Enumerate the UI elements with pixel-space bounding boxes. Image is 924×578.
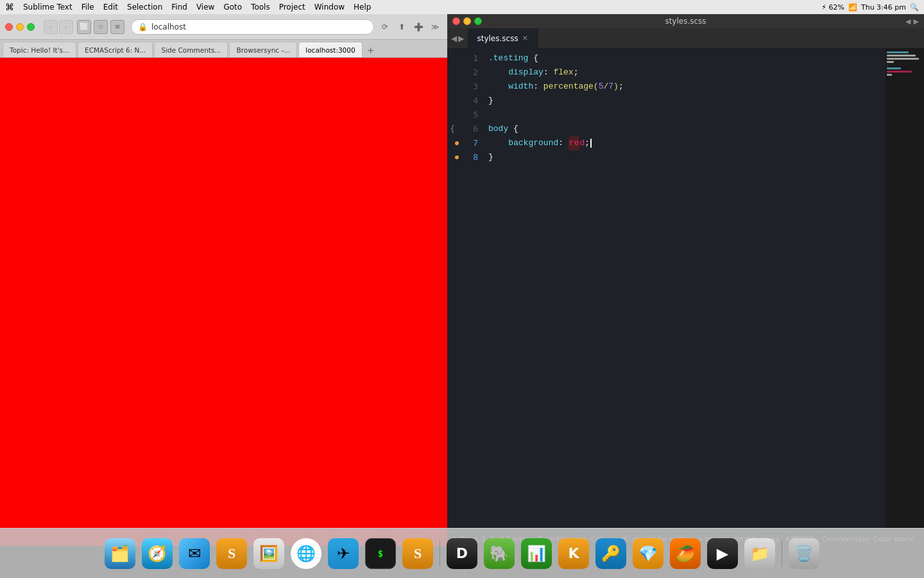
menu-tools[interactable]: Tools: [251, 3, 270, 12]
browser-refresh-button[interactable]: ⟳: [378, 20, 392, 34]
menubar-left: ⌘ Sublime Text File Edit Selection Find …: [5, 2, 371, 12]
address-bar[interactable]: 🔒 localhost: [131, 19, 374, 35]
editor-nav-buttons: ◀ ▶: [905, 17, 919, 26]
dock-sublime[interactable]: S: [215, 537, 248, 570]
dock-1password[interactable]: 🔑: [594, 537, 628, 570]
browser-share-button[interactable]: ⬆: [395, 20, 409, 34]
menu-file[interactable]: File: [81, 3, 94, 12]
editor-body[interactable]: { 1 2 3 4 5 6 7 8 .testing {: [447, 49, 924, 532]
line-num-2: 2: [458, 66, 478, 80]
browser-close-button[interactable]: [5, 23, 13, 31]
dock-finder[interactable]: 🗂️: [103, 537, 137, 570]
browser-tab-0[interactable]: Topic: Hello! It's...: [3, 42, 76, 57]
minimap-line-6: [887, 67, 901, 69]
dock-mail[interactable]: ✉️: [178, 537, 211, 570]
editor-tab-close[interactable]: ✕: [522, 34, 528, 42]
app-name[interactable]: Sublime Text: [23, 3, 73, 12]
wifi-icon: 📶: [848, 3, 857, 12]
browser-back-button[interactable]: ‹: [44, 20, 58, 34]
editor-tab-styles[interactable]: styles.scss ✕: [468, 28, 537, 49]
battery-status: ⚡ 62%: [821, 3, 844, 12]
keyword-d: d: [579, 136, 585, 150]
editor-tab-next[interactable]: ▶: [458, 34, 464, 43]
editor-panel: styles.scss ◀ ▶ ◀ ▶ styles.scss ✕: [447, 14, 924, 546]
line-num-8: 8: [458, 150, 478, 164]
dock-keka[interactable]: K: [557, 537, 590, 570]
search-icon[interactable]: 🔍: [910, 3, 919, 12]
minimap-line-4: [887, 61, 894, 63]
menu-selection[interactable]: Selection: [127, 3, 162, 12]
menu-goto[interactable]: Goto: [223, 3, 242, 12]
dock-telegram[interactable]: ✈️: [327, 537, 360, 570]
dock-numbers-icon: 📊: [521, 538, 552, 569]
dock-apps[interactable]: 📁: [743, 537, 776, 570]
browser-actions: ⟳ ⬆ ➕ ≫: [378, 20, 442, 34]
browser-new-tab-button[interactable]: +: [364, 43, 378, 57]
browser-tab-4[interactable]: localhost:3000: [298, 42, 362, 57]
dock-preview-icon: 🖼️: [253, 538, 284, 569]
menu-edit[interactable]: Edit: [103, 3, 118, 12]
code-line-2: display: flex;: [488, 66, 886, 80]
dock-trash-icon: 🗑️: [789, 538, 819, 569]
dock-trash[interactable]: 🗑️: [787, 537, 821, 570]
dock-terminal[interactable]: $: [364, 537, 397, 570]
dock-sketch-icon: 💎: [633, 538, 663, 569]
line-num-6: 6: [458, 122, 478, 136]
editor-traffic-lights: [452, 17, 482, 25]
browser-menu-button[interactable]: ≫: [428, 20, 442, 34]
dock-chrome[interactable]: 🌐: [289, 537, 323, 570]
menu-project[interactable]: Project: [279, 3, 305, 12]
dock-mango[interactable]: 🥭: [669, 537, 702, 570]
menubar: ⌘ Sublime Text File Edit Selection Find …: [0, 0, 924, 14]
code-line-8: }: [488, 150, 886, 164]
browser-window-button[interactable]: ⬜: [77, 20, 91, 34]
browser-add-button[interactable]: ➕: [411, 20, 425, 34]
browser-traffic-lights: [5, 23, 35, 31]
editor-nav-left[interactable]: ◀: [905, 17, 911, 26]
dock-sublime-icon: S: [216, 538, 247, 569]
editor-nav-right[interactable]: ▶: [914, 17, 919, 26]
menu-window[interactable]: Window: [314, 3, 345, 12]
browser-tab-2[interactable]: Side Comments...: [154, 42, 228, 57]
dock-chrome-icon: 🌐: [291, 538, 321, 569]
code-line-4: }: [488, 94, 886, 108]
apple-menu[interactable]: ⌘: [5, 2, 14, 12]
menubar-right: ⚡ 62% 📶 Thu 3:46 pm 🔍: [821, 0, 919, 14]
editor-close-button[interactable]: [452, 17, 460, 25]
browser-tab-1[interactable]: ECMAScript 6: N...: [78, 42, 153, 57]
minimap: [886, 49, 924, 532]
dock-quicktime-icon: ▶: [707, 538, 738, 569]
code-area[interactable]: .testing { display: flex; width: percent…: [483, 49, 886, 532]
dock-numbers[interactable]: 📊: [520, 537, 553, 570]
editor-tabs: ◀ ▶ styles.scss ✕: [447, 28, 924, 49]
url-text[interactable]: localhost: [151, 22, 186, 31]
browser-bookmark-button[interactable]: ☆: [94, 20, 108, 34]
editor-title: styles.scss: [665, 17, 706, 26]
browser-layers-button[interactable]: ≡: [110, 20, 124, 34]
code-line-1: .testing {: [488, 51, 886, 66]
editor-fullscreen-button[interactable]: [474, 17, 482, 25]
browser-forward-button[interactable]: ›: [59, 20, 73, 34]
editor-minimize-button[interactable]: [463, 17, 471, 25]
dock-safari[interactable]: 🧭: [141, 537, 174, 570]
minimap-line-5: [887, 64, 889, 66]
dock-quicktime[interactable]: ▶: [706, 537, 739, 570]
menu-find[interactable]: Find: [171, 3, 187, 12]
browser-content: [0, 58, 447, 546]
dock-sketch[interactable]: 💎: [631, 537, 665, 570]
menu-view[interactable]: View: [196, 3, 214, 12]
line-num-1: 1: [458, 51, 478, 66]
editor-tab-prev[interactable]: ◀: [451, 34, 457, 43]
editor-titlebar: styles.scss ◀ ▶: [447, 14, 924, 28]
dock-dash[interactable]: D: [445, 537, 479, 570]
browser-nav-buttons: ‹ ›: [44, 20, 73, 34]
dock-sublime2[interactable]: S: [401, 537, 434, 570]
dock-evernote[interactable]: 🐘: [483, 537, 516, 570]
dock-preview[interactable]: 🖼️: [252, 537, 286, 570]
browser-fullscreen-button[interactable]: [27, 23, 35, 31]
browser-minimize-button[interactable]: [16, 23, 24, 31]
menu-help[interactable]: Help: [354, 3, 371, 12]
browser-tab-3[interactable]: Browsersync -...: [229, 42, 297, 57]
dock-safari-icon: 🧭: [142, 538, 173, 569]
main-area: ‹ › ⬜ ☆ ≡ 🔒 localhost ⟳ ⬆ ➕ ≫ Topic: Hel…: [0, 14, 924, 546]
